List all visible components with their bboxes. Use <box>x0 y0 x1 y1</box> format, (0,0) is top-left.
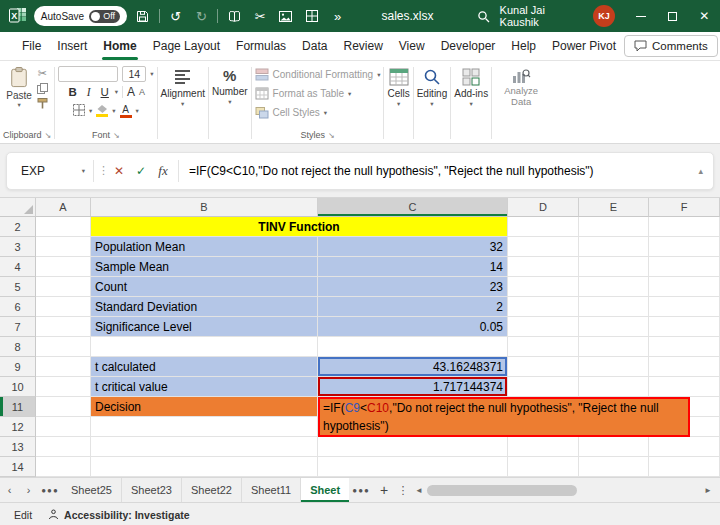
menu-tab-home[interactable]: Home <box>95 32 144 60</box>
autosave-switch[interactable]: Off <box>89 10 120 23</box>
scrollbar-track[interactable] <box>427 485 700 496</box>
cell[interactable] <box>36 237 91 257</box>
book-icon[interactable] <box>224 5 244 27</box>
cell[interactable] <box>649 257 720 277</box>
cell[interactable] <box>579 257 649 277</box>
cell[interactable] <box>508 437 579 457</box>
cell[interactable] <box>649 217 720 237</box>
column-header-a[interactable]: A <box>36 198 91 217</box>
cell[interactable] <box>36 417 91 437</box>
decrease-font-icon[interactable]: A <box>139 87 145 97</box>
sheet-nav-right-icon[interactable]: › <box>19 478 38 502</box>
cell[interactable] <box>579 437 649 457</box>
collapse-formula-bar-icon[interactable]: ▴ <box>694 166 707 176</box>
menu-tab-file[interactable]: File <box>14 32 49 60</box>
cell[interactable] <box>508 237 579 257</box>
cell[interactable] <box>649 317 720 337</box>
cell[interactable] <box>508 457 579 477</box>
cell[interactable] <box>508 257 579 277</box>
sheet-nav-left-icon[interactable]: ‹ <box>0 478 19 502</box>
font-size-dropdown-icon[interactable]: ▾ <box>150 71 153 77</box>
cell[interactable] <box>36 277 91 297</box>
row-header-4[interactable]: 4 <box>0 257 36 277</box>
column-header-e[interactable]: E <box>579 198 649 217</box>
column-header-f[interactable]: F <box>649 198 720 217</box>
borders-icon[interactable] <box>73 102 85 120</box>
cell[interactable] <box>36 317 91 337</box>
cell-b4[interactable]: Sample Mean <box>91 257 318 277</box>
font-name-box[interactable] <box>58 66 118 82</box>
cell[interactable] <box>508 377 579 397</box>
cell[interactable] <box>318 337 508 357</box>
menu-tab-insert[interactable]: Insert <box>49 32 95 60</box>
save-icon[interactable] <box>133 5 153 27</box>
search-icon[interactable] <box>474 5 494 27</box>
menu-tab-page-layout[interactable]: Page Layout <box>145 32 228 60</box>
menu-tab-power-pivot[interactable]: Power Pivot <box>544 32 624 60</box>
horizontal-scrollbar[interactable]: ◄ ► <box>411 478 720 502</box>
menu-tab-view[interactable]: View <box>391 32 433 60</box>
cell-c10[interactable]: 1.717144374 <box>318 377 508 397</box>
cells-button[interactable]: Cells ▾ <box>387 66 409 107</box>
cell[interactable] <box>36 357 91 377</box>
row-header-9[interactable]: 9 <box>0 357 36 377</box>
name-box-dropdown-icon[interactable]: ▾ <box>82 168 85 174</box>
copy-icon[interactable] <box>37 83 48 94</box>
row-header-14[interactable]: 14 <box>0 457 36 477</box>
cell-c5[interactable]: 23 <box>318 277 508 297</box>
underline-button[interactable]: U <box>99 86 111 98</box>
column-header-b[interactable]: B <box>91 198 318 217</box>
cell-b9[interactable]: t calculated <box>91 357 318 377</box>
sheet-tab-sheet11[interactable]: Sheet11 <box>242 478 301 502</box>
overflow-chevron-icon[interactable]: » <box>328 5 348 27</box>
menu-tab-developer[interactable]: Developer <box>433 32 504 60</box>
cell[interactable] <box>36 397 91 417</box>
picture-icon[interactable] <box>276 5 296 27</box>
autosave-toggle[interactable]: AutoSave Off <box>34 6 127 26</box>
cell[interactable] <box>508 337 579 357</box>
sheet-tab-sheet22[interactable]: Sheet22 <box>182 478 242 502</box>
user-avatar[interactable]: KJ <box>593 5 615 27</box>
cell[interactable] <box>579 237 649 257</box>
cell-styles-button[interactable]: Cell Styles ▾ <box>255 104 328 121</box>
paste-button[interactable]: Paste ▾ <box>6 66 32 108</box>
formula-input[interactable]: =IF(C9<C10,"Do not reject the null hypot… <box>183 164 694 178</box>
cell[interactable] <box>508 357 579 377</box>
menu-tab-data[interactable]: Data <box>294 32 335 60</box>
undo-icon[interactable]: ↺ <box>166 5 186 27</box>
cell-b6[interactable]: Standard Deviation <box>91 297 318 317</box>
table-icon[interactable] <box>302 5 322 27</box>
enter-icon[interactable]: ✓ <box>130 164 152 178</box>
sheet-tab-sheet25[interactable]: Sheet25 <box>62 478 122 502</box>
row-header-8[interactable]: 8 <box>0 337 36 357</box>
column-header-c[interactable]: C <box>318 198 508 217</box>
cell-c9[interactable]: 43.16248371 <box>318 357 508 377</box>
underline-dropdown-icon[interactable]: ▾ <box>115 89 118 95</box>
cell[interactable] <box>36 257 91 277</box>
cell[interactable] <box>91 417 318 437</box>
cell[interactable] <box>579 337 649 357</box>
cell[interactable] <box>579 217 649 237</box>
cell[interactable] <box>36 217 91 237</box>
formula-bar-drag-handle[interactable]: ⋮ <box>98 164 108 177</box>
maximize-button[interactable] <box>657 0 689 32</box>
cell[interactable] <box>579 457 649 477</box>
cell[interactable] <box>649 277 720 297</box>
cell[interactable] <box>91 337 318 357</box>
cell-title[interactable]: TINV Function <box>91 217 508 237</box>
editing-button[interactable]: Editing ▾ <box>417 66 448 107</box>
menu-tab-formulas[interactable]: Formulas <box>228 32 294 60</box>
font-size-box[interactable]: 14 <box>122 66 146 82</box>
cell[interactable] <box>649 237 720 257</box>
row-header-2[interactable]: 2 <box>0 217 36 237</box>
comments-button[interactable]: Comments <box>624 35 718 57</box>
italic-button[interactable]: I <box>83 86 95 98</box>
clipboard-dialog-launcher-icon[interactable]: ↘ <box>45 131 52 140</box>
cell[interactable] <box>649 337 720 357</box>
cell[interactable] <box>508 317 579 337</box>
row-header-13[interactable]: 13 <box>0 437 36 457</box>
cell[interactable] <box>91 437 318 457</box>
increase-font-icon[interactable]: A <box>127 85 135 99</box>
cell-c7[interactable]: 0.05 <box>318 317 508 337</box>
fill-color-dropdown-icon[interactable]: ▾ <box>112 108 115 114</box>
